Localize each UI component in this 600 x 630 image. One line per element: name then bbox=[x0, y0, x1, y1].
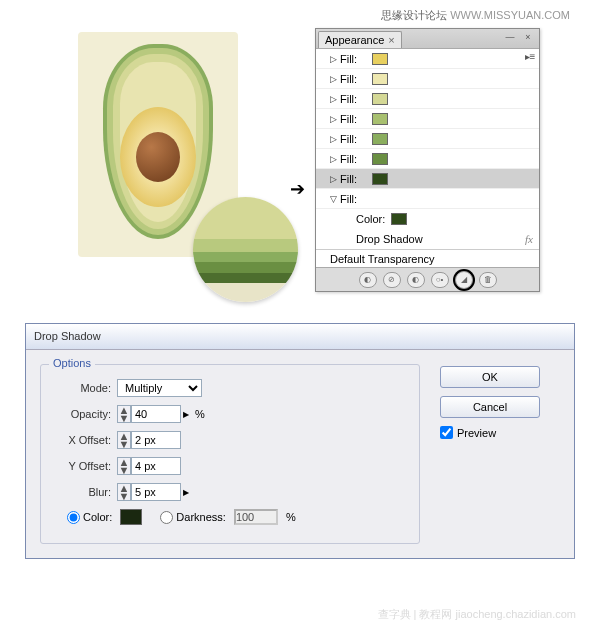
chevron-right-icon[interactable] bbox=[330, 154, 340, 164]
appearance-panel: Appearance× — × ▸≡ Fill: Fill: Fill: Fil… bbox=[315, 28, 540, 292]
zoom-detail bbox=[193, 197, 298, 302]
panel-footer: ◐ ⊘ ◐ ○• ◢ 🗑 bbox=[316, 267, 539, 291]
opacity-label: Opacity: bbox=[53, 408, 111, 420]
darkness-input bbox=[234, 509, 278, 525]
darkness-radio[interactable] bbox=[160, 511, 173, 524]
color-swatch[interactable] bbox=[372, 93, 388, 105]
fill-row[interactable]: Fill: bbox=[316, 129, 539, 149]
mode-select[interactable]: Multiply bbox=[117, 379, 202, 397]
fill-row-expanded[interactable]: Fill: bbox=[316, 189, 539, 209]
color-sub-row[interactable]: Color: bbox=[316, 209, 539, 229]
footer-btn-3[interactable]: ◐ bbox=[407, 272, 425, 288]
xoffset-label: X Offset: bbox=[53, 434, 111, 446]
chevron-right-icon[interactable] bbox=[330, 174, 340, 184]
chevron-right-icon[interactable] bbox=[330, 94, 340, 104]
color-swatch[interactable] bbox=[372, 173, 388, 185]
color-swatch[interactable] bbox=[372, 53, 388, 65]
color-swatch[interactable] bbox=[372, 73, 388, 85]
new-fill-button[interactable]: ◢ bbox=[455, 271, 473, 289]
appearance-tab[interactable]: Appearance× bbox=[318, 31, 402, 48]
options-group: Options Mode: Multiply Opacity: ▲▼ ▶ % X… bbox=[40, 364, 420, 544]
yoffset-input[interactable] bbox=[131, 457, 181, 475]
chevron-right-icon[interactable] bbox=[330, 114, 340, 124]
drop-shadow-dialog: Drop Shadow Options Mode: Multiply Opaci… bbox=[25, 323, 575, 559]
effect-sub-row[interactable]: Drop Shadowfx bbox=[316, 229, 539, 249]
options-legend: Options bbox=[49, 357, 95, 369]
panel-header: Appearance× — × bbox=[316, 29, 539, 49]
footer-btn-4[interactable]: ○• bbox=[431, 272, 449, 288]
dialog-titlebar[interactable]: Drop Shadow bbox=[26, 324, 574, 350]
cancel-button[interactable]: Cancel bbox=[440, 396, 540, 418]
minimize-icon[interactable]: — bbox=[503, 31, 517, 43]
fill-row[interactable]: Fill: bbox=[316, 89, 539, 109]
ok-button[interactable]: OK bbox=[440, 366, 540, 388]
blur-label: Blur: bbox=[53, 486, 111, 498]
close-icon[interactable]: × bbox=[388, 34, 394, 46]
spinner-arrows[interactable]: ▲▼ bbox=[117, 483, 131, 501]
fill-row[interactable]: Fill: bbox=[316, 49, 539, 69]
trash-icon[interactable]: 🗑 bbox=[479, 272, 497, 288]
fill-row[interactable]: Fill: bbox=[316, 109, 539, 129]
spinner-arrows[interactable]: ▲▼ bbox=[117, 405, 131, 423]
preview-checkbox[interactable] bbox=[440, 426, 453, 439]
close-panel-icon[interactable]: × bbox=[521, 31, 535, 43]
footer-btn-2[interactable]: ⊘ bbox=[383, 272, 401, 288]
footer-btn-1[interactable]: ◐ bbox=[359, 272, 377, 288]
watermark-top: 思缘设计论坛 WWW.MISSYUAN.COM bbox=[381, 8, 570, 23]
yoffset-label: Y Offset: bbox=[53, 460, 111, 472]
spinner-arrows[interactable]: ▲▼ bbox=[117, 457, 131, 475]
arrow-icon[interactable]: ▶ bbox=[183, 410, 189, 419]
fill-row[interactable]: Fill: bbox=[316, 69, 539, 89]
color-swatch[interactable] bbox=[372, 113, 388, 125]
fill-list: Fill: Fill: Fill: Fill: Fill: Fill: Fill… bbox=[316, 49, 539, 267]
xoffset-input[interactable] bbox=[131, 431, 181, 449]
default-transparency-row[interactable]: Default Transparency bbox=[316, 249, 539, 267]
chevron-right-icon[interactable] bbox=[330, 134, 340, 144]
color-swatch[interactable] bbox=[372, 153, 388, 165]
color-swatch[interactable] bbox=[391, 213, 407, 225]
mode-label: Mode: bbox=[53, 382, 111, 394]
color-swatch[interactable] bbox=[372, 133, 388, 145]
color-picker-swatch[interactable] bbox=[120, 509, 142, 525]
chevron-down-icon[interactable] bbox=[330, 194, 340, 204]
color-radio[interactable] bbox=[67, 511, 80, 524]
fill-row[interactable]: Fill: bbox=[316, 149, 539, 169]
blur-input[interactable] bbox=[131, 483, 181, 501]
pointer-arrow: ➔ bbox=[290, 178, 305, 200]
arrow-icon[interactable]: ▶ bbox=[183, 488, 189, 497]
watermark-bottom: 查字典 | 教程网 jiaocheng.chazidian.com bbox=[378, 607, 577, 622]
chevron-right-icon[interactable] bbox=[330, 54, 340, 64]
fx-icon[interactable]: fx bbox=[525, 233, 533, 245]
spinner-arrows[interactable]: ▲▼ bbox=[117, 431, 131, 449]
fill-row-selected[interactable]: Fill: bbox=[316, 169, 539, 189]
opacity-input[interactable] bbox=[131, 405, 181, 423]
avocado-illustration bbox=[78, 32, 238, 257]
chevron-right-icon[interactable] bbox=[330, 74, 340, 84]
panel-menu-icon[interactable]: ▸≡ bbox=[523, 51, 537, 62]
